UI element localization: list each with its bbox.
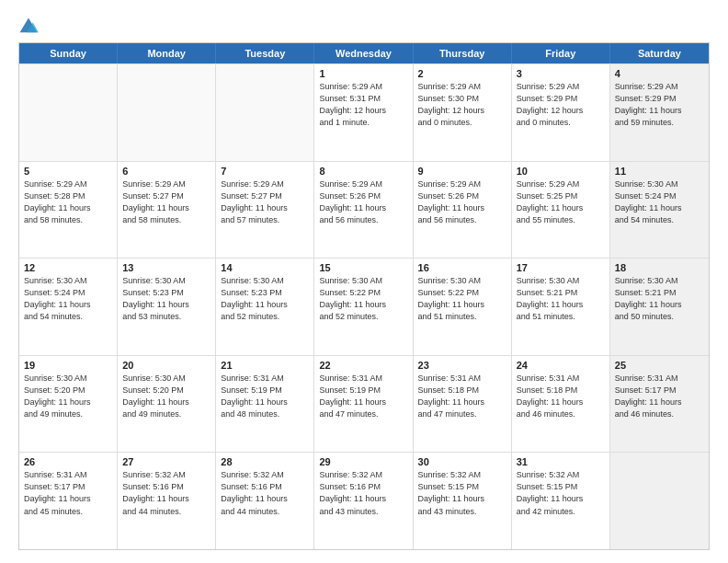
calendar-cell: 20Sunrise: 5:30 AMSunset: 5:20 PMDayligh… [118,356,216,453]
calendar-cell: 30Sunrise: 5:32 AMSunset: 5:15 PMDayligh… [414,453,512,549]
calendar-cell: 7Sunrise: 5:29 AMSunset: 5:27 PMDaylight… [216,162,314,259]
calendar-cell: 14Sunrise: 5:30 AMSunset: 5:23 PMDayligh… [216,259,314,355]
day-number: 19 [24,360,112,371]
day-number: 10 [517,166,605,177]
day-number: 28 [221,456,309,467]
day-info: Sunrise: 5:31 AMSunset: 5:19 PMDaylight:… [319,373,407,420]
calendar-week: 26Sunrise: 5:31 AMSunset: 5:17 PMDayligh… [19,452,709,549]
calendar-week: 5Sunrise: 5:29 AMSunset: 5:28 PMDaylight… [19,161,709,259]
calendar: SundayMondayTuesdayWednesdayThursdayFrid… [18,42,710,550]
day-info: Sunrise: 5:32 AMSunset: 5:16 PMDaylight:… [122,469,210,517]
day-info: Sunrise: 5:30 AMSunset: 5:24 PMDaylight:… [24,275,112,323]
day-number: 13 [122,262,210,273]
page: SundayMondayTuesdayWednesdayThursdayFrid… [0,0,728,563]
day-info: Sunrise: 5:31 AMSunset: 5:19 PMDaylight:… [221,373,309,420]
day-info: Sunrise: 5:30 AMSunset: 5:21 PMDaylight:… [517,275,605,323]
logo [18,17,42,37]
calendar-cell: 28Sunrise: 5:32 AMSunset: 5:16 PMDayligh… [216,453,314,549]
calendar-cell: 10Sunrise: 5:29 AMSunset: 5:25 PMDayligh… [512,162,610,259]
day-info: Sunrise: 5:30 AMSunset: 5:20 PMDaylight:… [122,373,210,420]
calendar-cell [19,64,118,161]
calendar-cell: 21Sunrise: 5:31 AMSunset: 5:19 PMDayligh… [216,356,314,453]
calendar-cell [216,64,314,161]
weekday-header: Monday [118,43,216,63]
day-number: 6 [122,166,210,177]
day-info: Sunrise: 5:32 AMSunset: 5:16 PMDaylight:… [319,469,407,517]
day-number: 29 [319,456,407,467]
weekday-header: Tuesday [216,43,314,63]
day-info: Sunrise: 5:29 AMSunset: 5:31 PMDaylight:… [319,81,407,129]
calendar-cell: 12Sunrise: 5:30 AMSunset: 5:24 PMDayligh… [19,259,118,355]
day-info: Sunrise: 5:30 AMSunset: 5:21 PMDaylight:… [615,275,704,323]
day-number: 14 [221,262,309,273]
day-info: Sunrise: 5:31 AMSunset: 5:17 PMDaylight:… [615,373,704,420]
day-info: Sunrise: 5:29 AMSunset: 5:26 PMDaylight:… [319,178,407,226]
day-info: Sunrise: 5:29 AMSunset: 5:29 PMDaylight:… [517,81,605,129]
calendar-header: SundayMondayTuesdayWednesdayThursdayFrid… [19,43,709,63]
calendar-cell: 6Sunrise: 5:29 AMSunset: 5:27 PMDaylight… [118,162,216,259]
day-number: 12 [24,262,112,273]
weekday-header: Friday [512,43,610,63]
calendar-week: 12Sunrise: 5:30 AMSunset: 5:24 PMDayligh… [19,258,709,355]
day-number: 25 [615,360,704,371]
calendar-cell: 16Sunrise: 5:30 AMSunset: 5:22 PMDayligh… [414,259,512,355]
day-number: 20 [122,360,210,371]
calendar-cell: 5Sunrise: 5:29 AMSunset: 5:28 PMDaylight… [19,162,118,259]
calendar-cell: 2Sunrise: 5:29 AMSunset: 5:30 PMDaylight… [414,64,512,161]
logo-icon [18,17,39,37]
day-number: 1 [319,68,407,79]
day-info: Sunrise: 5:31 AMSunset: 5:18 PMDaylight:… [517,373,605,420]
day-info: Sunrise: 5:29 AMSunset: 5:26 PMDaylight:… [418,178,506,226]
calendar-cell: 8Sunrise: 5:29 AMSunset: 5:26 PMDaylight… [314,162,413,259]
calendar-week: 19Sunrise: 5:30 AMSunset: 5:20 PMDayligh… [19,355,709,453]
day-number: 3 [517,68,605,79]
day-number: 4 [615,68,704,79]
calendar-cell: 19Sunrise: 5:30 AMSunset: 5:20 PMDayligh… [19,356,118,453]
day-number: 22 [319,360,407,371]
day-number: 17 [517,262,605,273]
weekday-header: Thursday [414,43,512,63]
day-info: Sunrise: 5:32 AMSunset: 5:15 PMDaylight:… [517,469,605,517]
day-number: 7 [221,166,309,177]
day-info: Sunrise: 5:29 AMSunset: 5:25 PMDaylight:… [517,178,605,226]
calendar-cell: 27Sunrise: 5:32 AMSunset: 5:16 PMDayligh… [118,453,216,549]
day-info: Sunrise: 5:30 AMSunset: 5:22 PMDaylight:… [418,275,506,323]
calendar-cell: 25Sunrise: 5:31 AMSunset: 5:17 PMDayligh… [610,356,709,453]
day-number: 27 [122,456,210,467]
calendar-cell: 18Sunrise: 5:30 AMSunset: 5:21 PMDayligh… [610,259,709,355]
weekday-header: Wednesday [314,43,413,63]
day-info: Sunrise: 5:29 AMSunset: 5:28 PMDaylight:… [24,178,112,226]
day-info: Sunrise: 5:30 AMSunset: 5:20 PMDaylight:… [24,373,112,420]
calendar-cell: 3Sunrise: 5:29 AMSunset: 5:29 PMDaylight… [512,64,610,161]
day-info: Sunrise: 5:30 AMSunset: 5:22 PMDaylight:… [319,275,407,323]
day-info: Sunrise: 5:29 AMSunset: 5:27 PMDaylight:… [221,178,309,226]
day-number: 2 [418,68,506,79]
day-number: 15 [319,262,407,273]
day-number: 18 [615,262,704,273]
page-header [18,17,710,37]
day-number: 16 [418,262,506,273]
weekday-header: Sunday [19,43,118,63]
day-number: 30 [418,456,506,467]
calendar-week: 1Sunrise: 5:29 AMSunset: 5:31 PMDaylight… [19,63,709,161]
day-number: 5 [24,166,112,177]
day-number: 31 [517,456,605,467]
day-number: 21 [221,360,309,371]
calendar-cell: 29Sunrise: 5:32 AMSunset: 5:16 PMDayligh… [314,453,413,549]
day-info: Sunrise: 5:29 AMSunset: 5:27 PMDaylight:… [122,178,210,226]
day-info: Sunrise: 5:29 AMSunset: 5:30 PMDaylight:… [418,81,506,129]
calendar-cell: 26Sunrise: 5:31 AMSunset: 5:17 PMDayligh… [19,453,118,549]
calendar-cell: 13Sunrise: 5:30 AMSunset: 5:23 PMDayligh… [118,259,216,355]
day-number: 24 [517,360,605,371]
day-info: Sunrise: 5:30 AMSunset: 5:23 PMDaylight:… [122,275,210,323]
calendar-cell: 9Sunrise: 5:29 AMSunset: 5:26 PMDaylight… [414,162,512,259]
calendar-cell: 24Sunrise: 5:31 AMSunset: 5:18 PMDayligh… [512,356,610,453]
day-number: 11 [615,166,704,177]
day-info: Sunrise: 5:31 AMSunset: 5:17 PMDaylight:… [24,469,112,517]
day-info: Sunrise: 5:31 AMSunset: 5:18 PMDaylight:… [418,373,506,420]
calendar-cell: 31Sunrise: 5:32 AMSunset: 5:15 PMDayligh… [512,453,610,549]
day-info: Sunrise: 5:32 AMSunset: 5:15 PMDaylight:… [418,469,506,517]
day-info: Sunrise: 5:29 AMSunset: 5:29 PMDaylight:… [615,81,704,129]
day-info: Sunrise: 5:30 AMSunset: 5:23 PMDaylight:… [221,275,309,323]
calendar-body: 1Sunrise: 5:29 AMSunset: 5:31 PMDaylight… [19,63,709,549]
